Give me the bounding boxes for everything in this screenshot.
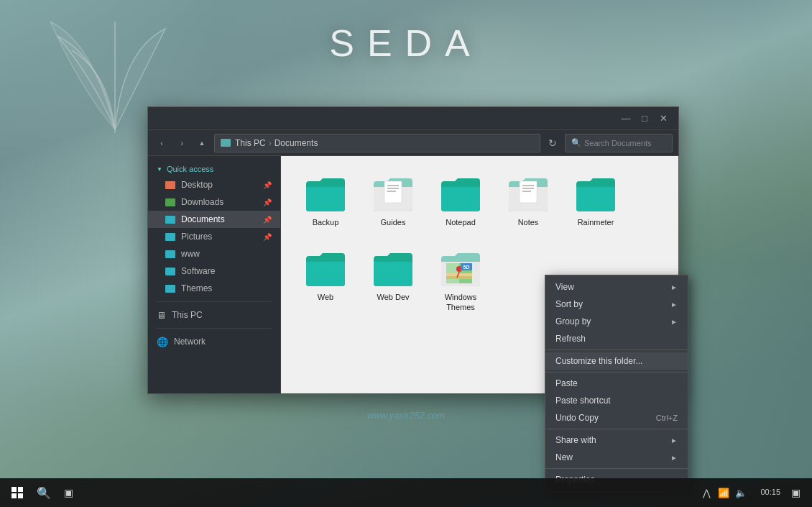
pin-icon-documents: 📌: [263, 216, 272, 224]
taskbar: 🔍 ▣ ⋀ 📶 🔈 00:15 ▣: [0, 478, 812, 507]
ctx-group-by-label: Group by: [555, 316, 591, 326]
sidebar-label-network: Network: [174, 337, 206, 347]
sidebar-label-www: www: [181, 249, 200, 259]
folder-icon-www: [165, 250, 175, 258]
ctx-paste[interactable]: Paste: [545, 375, 688, 392]
folder-icon-rainmeter: [574, 174, 617, 214]
folder-web-dev[interactable]: Web Dev: [361, 243, 425, 315]
ctx-new[interactable]: New ►: [545, 449, 688, 466]
title-bar: — □ ✕: [148, 107, 678, 130]
sidebar-item-network[interactable]: 🌐 Network: [148, 333, 280, 350]
sidebar-label-documents: Documents: [181, 214, 225, 224]
ctx-share-with-arrow: ►: [670, 437, 678, 444]
sidebar-label-desktop: Desktop: [181, 180, 213, 190]
ctx-undo-copy-shortcut: Ctrl+Z: [656, 414, 678, 422]
taskbar-notification-icon[interactable]: ▣: [788, 478, 803, 507]
address-bar: ‹ › ▲ This PC › Documents ↻ 🔍 Search Doc…: [148, 130, 678, 156]
svg-rect-1: [384, 181, 402, 203]
ctx-view-label: View: [555, 282, 574, 292]
ctx-sort-by[interactable]: Sort by ►: [545, 296, 688, 313]
ctx-share-with[interactable]: Share with ►: [545, 431, 688, 449]
folder-icon-small: [221, 139, 231, 147]
folder-rainmeter[interactable]: Rainmeter: [563, 168, 628, 240]
network-icon: 🌐: [157, 337, 168, 347]
ctx-divider-2: [545, 372, 688, 373]
sidebar-item-www[interactable]: www: [148, 245, 280, 262]
ctx-paste-shortcut-label: Paste shortcut: [555, 396, 611, 406]
folder-icon-windows-themes: 5D: [439, 249, 482, 289]
ctx-sort-by-arrow: ►: [670, 301, 678, 309]
folder-icon-desktop: [165, 181, 175, 189]
ctx-refresh[interactable]: Refresh: [545, 330, 688, 347]
sidebar-item-desktop[interactable]: Desktop 📌: [148, 176, 280, 193]
sidebar-item-documents[interactable]: Documents 📌: [148, 211, 280, 228]
sidebar-item-downloads[interactable]: Downloads 📌: [148, 193, 280, 211]
svg-rect-12: [446, 276, 472, 279]
up-button[interactable]: ▲: [194, 135, 210, 151]
folder-notes[interactable]: Notes: [496, 168, 560, 240]
ctx-paste-label: Paste: [555, 378, 578, 388]
folder-icon-pictures: [165, 233, 175, 241]
context-menu: View ► Sort by ► Group by ► Refresh Cust…: [545, 275, 688, 492]
ctx-paste-shortcut[interactable]: Paste shortcut: [545, 392, 688, 409]
ctx-customize-folder[interactable]: Customize this folder...: [545, 352, 688, 370]
folder-web[interactable]: Web: [293, 243, 358, 315]
sidebar-label-themes: Themes: [181, 283, 212, 293]
taskbar-chevron-icon[interactable]: ⋀: [698, 478, 714, 507]
folder-label-web-dev: Web Dev: [377, 292, 409, 302]
folder-notepad[interactable]: Notepad: [428, 168, 493, 240]
folder-label-notepad: Notepad: [446, 217, 476, 227]
taskbar-clock[interactable]: 00:15: [750, 487, 786, 498]
folder-label-windows-themes: Windows Themes: [432, 292, 489, 313]
svg-rect-5: [520, 181, 537, 203]
path-documents: Documents: [274, 138, 318, 148]
ctx-undo-copy[interactable]: Undo Copy Ctrl+Z: [545, 409, 688, 426]
ctx-divider-3: [545, 429, 688, 429]
folder-label-guides: Guides: [381, 217, 406, 227]
windows-logo-icon: [11, 487, 23, 498]
folder-icon-documents: [165, 216, 175, 224]
address-path[interactable]: This PC › Documents: [214, 134, 540, 152]
folder-label-backup: Backup: [313, 217, 339, 227]
sidebar-quick-access[interactable]: ▼ Quick access: [148, 162, 280, 176]
forward-button[interactable]: ›: [174, 135, 190, 151]
ctx-group-by-arrow: ►: [670, 318, 678, 326]
minimize-button[interactable]: —: [617, 109, 635, 128]
ctx-group-by[interactable]: Group by ►: [545, 313, 688, 330]
svg-rect-16: [11, 487, 17, 492]
svg-rect-17: [18, 487, 23, 492]
address-refresh-button[interactable]: ↻: [545, 135, 560, 151]
ctx-new-arrow: ►: [670, 454, 678, 462]
folder-icon-web: [304, 249, 347, 289]
close-button[interactable]: ✕: [654, 109, 673, 128]
taskbar-network-icon[interactable]: 📶: [716, 478, 732, 507]
folder-windows-themes[interactable]: 5D Windows Themes: [428, 243, 493, 315]
pin-icon-desktop: 📌: [263, 181, 272, 189]
search-box[interactable]: 🔍 Search Documents: [565, 134, 673, 152]
folder-icon-notes: [507, 174, 550, 214]
maximize-button[interactable]: □: [635, 109, 654, 128]
ctx-sort-by-label: Sort by: [555, 299, 583, 309]
sidebar-item-pictures[interactable]: Pictures 📌: [148, 228, 280, 245]
ctx-view[interactable]: View ►: [545, 278, 688, 296]
start-button[interactable]: [3, 478, 32, 507]
folder-icon-web-dev: [372, 249, 415, 289]
taskbar-volume-icon[interactable]: 🔈: [733, 478, 749, 507]
sidebar-divider-1: [157, 301, 272, 302]
sidebar-item-themes[interactable]: Themes: [148, 280, 280, 297]
desktop-title: SEDA: [329, 22, 483, 65]
ctx-divider-1: [545, 350, 688, 350]
path-this-pc: This PC: [235, 138, 266, 148]
ctx-divider-4: [545, 468, 688, 469]
folder-guides[interactable]: Guides: [361, 168, 425, 240]
folder-icon-downloads: [165, 198, 175, 206]
taskbar-time-text: 00:15: [760, 487, 780, 498]
back-button[interactable]: ‹: [154, 135, 170, 151]
folder-backup[interactable]: Backup: [293, 168, 358, 240]
ctx-undo-copy-label: Undo Copy: [555, 413, 599, 423]
sidebar-label-downloads: Downloads: [181, 197, 223, 207]
sidebar-item-software[interactable]: Software: [148, 262, 280, 280]
sidebar-item-this-pc[interactable]: 🖥 This PC: [148, 306, 280, 324]
task-view-button[interactable]: ▣: [56, 478, 80, 507]
search-button[interactable]: 🔍: [32, 478, 56, 507]
